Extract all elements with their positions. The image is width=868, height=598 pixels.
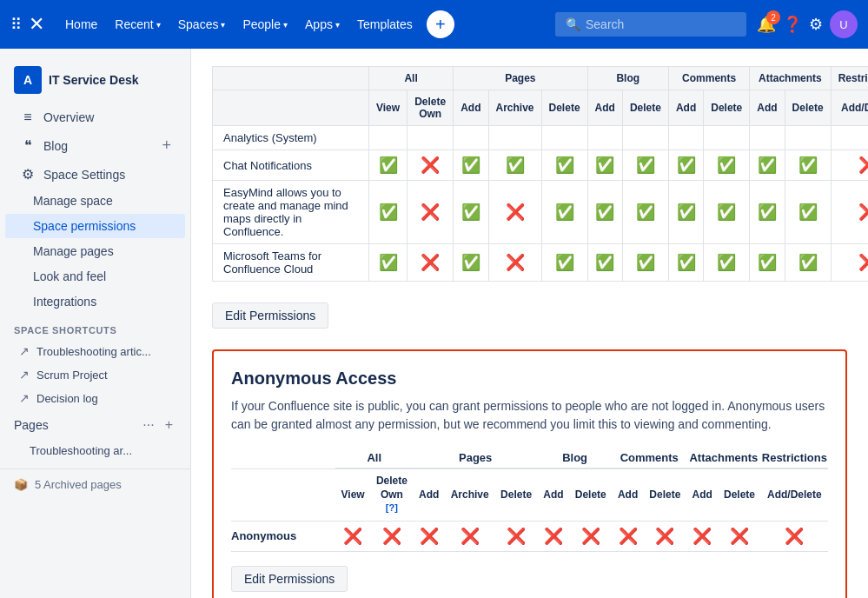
- sidebar-label-space-permissions: Space permissions: [33, 219, 136, 233]
- avatar[interactable]: U: [830, 10, 858, 38]
- help-icon[interactable]: ❓: [783, 15, 802, 34]
- confluence-logo[interactable]: ✕: [29, 13, 44, 36]
- anon-header-delete-own: DeleteOwn[?]: [370, 468, 413, 521]
- anon-description: If your Confluence site is public, you c…: [231, 397, 828, 434]
- pages-header[interactable]: Pages ··· +: [5, 410, 185, 440]
- table-row: Chat Notifications✅❌✅✅✅✅✅✅✅✅✅❌: [213, 150, 869, 181]
- sidebar-item-space-settings[interactable]: ⚙ Space Settings: [5, 161, 185, 188]
- help-link[interactable]: [?]: [386, 502, 398, 513]
- nav-apps[interactable]: Apps▾: [298, 12, 347, 37]
- nav-people[interactable]: People▾: [235, 12, 295, 37]
- pages-actions: ··· +: [139, 415, 176, 435]
- check-green-icon: ✅: [717, 203, 736, 221]
- anon-header-view: View: [335, 468, 370, 521]
- search-input[interactable]: [586, 17, 725, 31]
- check-cell: ✅: [587, 181, 622, 244]
- check-cell: ✅: [541, 244, 587, 282]
- anon-header-blog-add: Add: [538, 468, 569, 521]
- sidebar-archived[interactable]: 📦 5 Archived pages: [0, 468, 190, 496]
- check-cell: ✅: [587, 150, 622, 181]
- anon-col-pages: Pages: [414, 448, 538, 468]
- edit-permissions-button-2[interactable]: Edit Permissions: [231, 566, 348, 592]
- check-cell: ❌: [407, 244, 454, 282]
- check-red-icon: ❌: [421, 156, 440, 174]
- nav-home[interactable]: Home: [58, 12, 104, 37]
- nav-templates[interactable]: Templates: [350, 12, 420, 37]
- blog-add-icon[interactable]: +: [162, 136, 171, 155]
- shortcut-troubleshooting[interactable]: ↗ Troubleshooting artic...: [5, 340, 185, 362]
- check-cell: ✅: [668, 150, 703, 181]
- space-header[interactable]: A IT Service Desk: [0, 59, 190, 101]
- notifications-icon[interactable]: 🔔2: [757, 15, 776, 34]
- col-blog-header: Blog: [587, 67, 668, 90]
- check-cell: ❌: [407, 150, 454, 181]
- check-cell: ✅: [750, 150, 785, 181]
- sidebar-item-overview[interactable]: ≡ Overview: [5, 104, 185, 130]
- col-pages-archive: Archive: [488, 90, 541, 126]
- pages-add-icon[interactable]: +: [162, 415, 176, 435]
- archived-label: 5 Archived pages: [35, 478, 122, 491]
- shortcut-scrum[interactable]: ↗ Scrum Project: [5, 363, 185, 386]
- nav-recent[interactable]: Recent▾: [108, 12, 167, 37]
- space-name: IT Service Desk: [49, 73, 139, 87]
- nav-spaces[interactable]: Spaces▾: [171, 12, 233, 37]
- pages-more-icon[interactable]: ···: [139, 415, 157, 435]
- check-cell: [587, 126, 622, 150]
- anon-col-blog: Blog: [538, 448, 613, 468]
- content-wrap: All Pages Blog Comments Attachments Rest…: [191, 49, 868, 598]
- check-cell: ✅: [704, 150, 750, 181]
- row-label-3: Microsoft Teams for Confluence Cloud: [213, 244, 369, 282]
- edit-permissions-button-1[interactable]: Edit Permissions: [212, 302, 328, 329]
- col-pages-delete: Delete: [541, 90, 587, 126]
- sidebar-item-manage-space[interactable]: Manage space: [5, 189, 185, 213]
- col-all-header: All: [369, 67, 454, 90]
- external-link-icon-2: ↗: [19, 368, 30, 382]
- check-cell: ✅: [541, 150, 587, 181]
- col-app-header: [213, 67, 369, 90]
- settings-icon[interactable]: ⚙: [809, 15, 823, 34]
- external-link-icon-1: ↗: [19, 344, 30, 358]
- check-green-icon: ✅: [555, 156, 574, 174]
- shortcut-label-3: Decision log: [36, 392, 98, 405]
- check-green-icon: ✅: [555, 254, 574, 271]
- sidebar-item-blog[interactable]: ❝ Blog +: [5, 131, 185, 160]
- create-button[interactable]: +: [427, 10, 454, 38]
- anon-header-pages-add: Add: [414, 468, 445, 521]
- anon-check-cell: ❌: [494, 521, 537, 551]
- check-green-icon: ✅: [379, 156, 398, 174]
- check-cell: [454, 126, 488, 150]
- col-blog-add: Add: [587, 90, 622, 126]
- anon-header-blog-delete: Delete: [569, 468, 612, 521]
- check-green-icon: ✅: [555, 203, 574, 221]
- check-green-icon: ✅: [595, 203, 614, 221]
- check-cell: [488, 126, 541, 150]
- anon-col-user: [231, 448, 335, 468]
- anonymous-row: Anonymous❌❌❌❌❌❌❌❌❌❌❌❌: [231, 521, 828, 551]
- overview-icon: ≡: [19, 110, 36, 125]
- check-cell: [369, 126, 407, 150]
- shortcut-decision-log[interactable]: ↗ Decision log: [5, 387, 185, 409]
- check-green-icon: ✅: [798, 203, 818, 221]
- check-red-icon: ❌: [858, 254, 868, 271]
- sidebar-item-manage-pages[interactable]: Manage pages: [5, 239, 185, 263]
- anon-check-red: ❌: [420, 528, 439, 545]
- sidebar: A IT Service Desk ≡ Overview ❝ Blog + ⚙ …: [0, 49, 191, 598]
- col-pages-header: Pages: [454, 67, 587, 90]
- col-pages-add: Add: [454, 90, 488, 126]
- sidebar-subitem-troubleshooting[interactable]: Troubleshooting ar...: [5, 440, 185, 462]
- sidebar-item-space-permissions[interactable]: Space permissions: [5, 214, 185, 238]
- anon-row-label: Anonymous: [231, 521, 335, 551]
- check-cell: ✅: [785, 244, 831, 282]
- sidebar-item-look-feel[interactable]: Look and feel: [5, 264, 185, 289]
- search-box[interactable]: 🔍: [555, 12, 746, 37]
- top-navigation: ⠿ ✕ Home Recent▾ Spaces▾ People▾ Apps▾ T…: [0, 0, 868, 49]
- table-row: EasyMind allows you to create and manage…: [213, 181, 869, 244]
- check-green-icon: ✅: [636, 156, 655, 174]
- check-cell: ❌: [831, 244, 868, 282]
- grid-icon[interactable]: ⠿: [10, 15, 22, 34]
- anon-col-all: All: [335, 448, 414, 468]
- col-attach-add: Add: [750, 90, 785, 126]
- check-cell: ❌: [831, 181, 868, 244]
- sidebar-item-integrations[interactable]: Integrations: [5, 289, 185, 314]
- col-comments-add: Add: [668, 90, 703, 126]
